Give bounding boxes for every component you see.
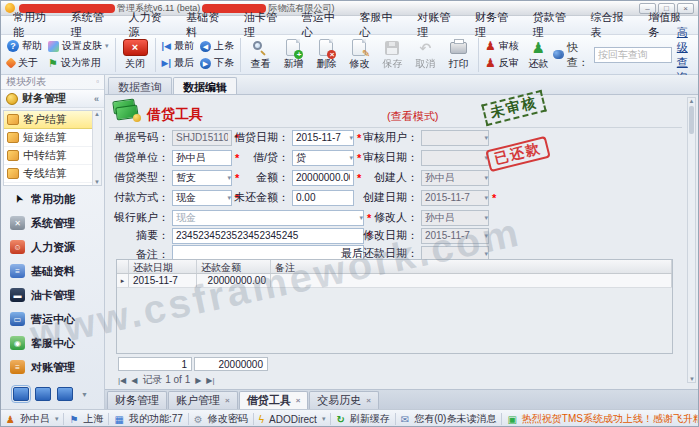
delete-doc-icon: × (319, 39, 333, 56)
scroll-up-icon[interactable]: ▲ (94, 111, 100, 117)
sidebar-item-reconcile[interactable]: ≡对账管理 (1, 355, 104, 379)
status-unread-messages[interactable]: 您有(0)条未读消息 (414, 412, 496, 426)
docno-input[interactable] (172, 130, 232, 146)
status-my-functions[interactable]: 我的功能:77 (129, 412, 183, 426)
menu-reconcile[interactable]: 对账管理 (409, 8, 467, 42)
doc-tab-history[interactable]: 交易历史× (309, 391, 379, 409)
column-repay-date[interactable]: 还款日期 (129, 260, 197, 273)
quick-search-input[interactable] (594, 47, 672, 63)
status-refresh-cache[interactable]: 刷新缓存 (350, 412, 390, 426)
settle-icon (7, 168, 19, 179)
menu-finance[interactable]: 财务管理 (467, 8, 525, 42)
sidebar-item-hr[interactable]: ☺人力资源 (1, 235, 104, 259)
edit-button[interactable]: ✎ 修改 (343, 38, 376, 71)
summary-input[interactable] (172, 228, 364, 244)
menu-basedata[interactable]: 基础资料 (178, 8, 236, 42)
audit-button[interactable]: ♟审核 (482, 39, 522, 53)
chevron-down-icon[interactable]: ▾ (55, 415, 59, 423)
menu-fuelcard[interactable]: 油卡管理 (236, 8, 294, 42)
loan-unit-input[interactable] (172, 150, 232, 166)
pager-next-icon[interactable]: ▶ (195, 376, 201, 385)
overflow-icon[interactable]: ▼ (81, 391, 88, 398)
prev-record-button[interactable]: ◀上条 (197, 39, 237, 53)
tab-data-query[interactable]: 数据查询 (108, 77, 172, 94)
sidebar-item-shorthaul-settle[interactable]: 短途结算 (4, 129, 101, 147)
close-tab-button[interactable]: × 关闭 (119, 38, 152, 71)
creator-select[interactable] (421, 170, 489, 186)
settle-icon (7, 114, 19, 125)
view-button[interactable]: 查看 (244, 38, 277, 71)
first-record-button[interactable]: |◀最前 (159, 39, 197, 53)
menu-system[interactable]: 系统管理 (63, 8, 121, 42)
audit-user-select[interactable] (421, 130, 489, 146)
skin-button[interactable]: 设置皮肤▾ (45, 39, 112, 53)
field-audit-date: 审核日期： ▾ (341, 149, 489, 166)
modifier-select[interactable] (421, 210, 489, 226)
sidebar-item-common[interactable]: ➤常用功能 (1, 187, 104, 211)
last-record-button[interactable]: ▶|最后 (159, 56, 197, 70)
create-date-picker[interactable] (421, 190, 489, 206)
status-ado-direct[interactable]: ADODirect (269, 414, 317, 425)
repay-button[interactable]: ♟ 还款 (522, 38, 555, 71)
status-city[interactable]: 上海 (83, 412, 103, 426)
delete-button[interactable]: × 删除 (310, 38, 343, 71)
sidebar-item-operation[interactable]: ▭营运中心 (1, 307, 104, 331)
pager-prev-icon[interactable]: ◀ (131, 376, 137, 385)
close-icon[interactable]: × (225, 396, 230, 405)
status-user[interactable]: 孙中吕 (20, 412, 50, 426)
column-repay-amount[interactable]: 还款金额 (197, 260, 271, 273)
scroll-down-icon[interactable]: ▼ (689, 376, 695, 382)
close-icon[interactable]: × (296, 396, 301, 405)
modify-date-picker[interactable] (421, 228, 489, 244)
sidebar-item-service[interactable]: ◉客服中心 (1, 331, 104, 355)
menu-hr[interactable]: 人力资源 (121, 8, 179, 42)
pay-method-select[interactable] (172, 190, 232, 206)
add-doc-icon: + (286, 39, 300, 56)
scrollbar-thumb[interactable] (689, 106, 694, 134)
print-button[interactable]: 打印 (442, 38, 475, 71)
help-button[interactable]: ?帮助 (4, 39, 45, 53)
module-shortcut-icon[interactable] (57, 387, 73, 401)
sidebar-item-customer-settle[interactable]: 客户结算 (4, 111, 101, 129)
sidebar-item-system[interactable]: ✕系统管理 (1, 211, 104, 235)
bank-account-select[interactable] (172, 210, 364, 226)
status-separator (108, 413, 109, 425)
loan-type-select[interactable] (172, 170, 232, 186)
sidebar-item-basedata[interactable]: ≡基础资料 (1, 259, 104, 283)
field-label: 银行账户： (113, 210, 169, 225)
scroll-up-icon[interactable]: ▲ (689, 98, 695, 104)
close-icon[interactable]: × (366, 396, 371, 405)
table-row[interactable]: ▸ 2015-11-7 20000000.00 (117, 274, 672, 288)
sidebar-item-transfer-settle[interactable]: 中转结算 (4, 147, 101, 165)
module-shortcut-icon[interactable] (35, 387, 51, 401)
doc-tab-loan-tool[interactable]: 借贷工具× (239, 391, 309, 409)
doc-tab-finance[interactable]: 财务管理 (107, 391, 167, 409)
column-remark[interactable]: 备注 (271, 260, 672, 273)
collapse-icon[interactable]: « (94, 94, 99, 104)
field-loan-type: 借贷类型： ▾ * (113, 169, 239, 186)
sidebar-item-fuelcard[interactable]: ▬油卡管理 (1, 283, 104, 307)
vertical-scrollbar[interactable]: ▲ ▼ (687, 97, 696, 383)
menu-common[interactable]: 常用功能 (5, 8, 63, 42)
module-shortcut-icon[interactable] (13, 387, 29, 401)
menu-operation[interactable]: 营运中心 (294, 8, 352, 42)
pager-first-icon[interactable]: |◀ (118, 376, 126, 385)
audit-date-picker[interactable] (421, 150, 489, 166)
chevron-down-icon[interactable]: ▾ (322, 415, 326, 423)
menu-service[interactable]: 客服中心 (352, 8, 410, 42)
repayment-grid: 还款日期 还款金额 备注 ▸ 2015-11-7 20000000.00 (116, 259, 673, 354)
doc-tab-account[interactable]: 账户管理× (168, 391, 238, 409)
unaudit-button[interactable]: ♟反审 (482, 56, 522, 70)
sidebar-group-finance[interactable]: 财务管理 « (1, 90, 104, 108)
sidebar-item-line-settle[interactable]: 专线结算 (4, 165, 101, 183)
add-button[interactable]: + 新增 (277, 38, 310, 71)
pin-icon[interactable]: ▫ (96, 75, 99, 89)
pager-last-icon[interactable]: ▶| (206, 376, 214, 385)
status-change-password[interactable]: 修改密码 (208, 412, 248, 426)
sidebar-scrollbar[interactable]: ▲ ▼ (92, 111, 101, 185)
next-record-button[interactable]: ▶下条 (197, 56, 237, 70)
tab-data-edit[interactable]: 数据编辑 (173, 77, 237, 94)
about-button[interactable]: 关于 (4, 56, 45, 70)
favorite-button[interactable]: ⚑设为常用 (45, 56, 112, 70)
scroll-down-icon[interactable]: ▼ (94, 179, 100, 185)
